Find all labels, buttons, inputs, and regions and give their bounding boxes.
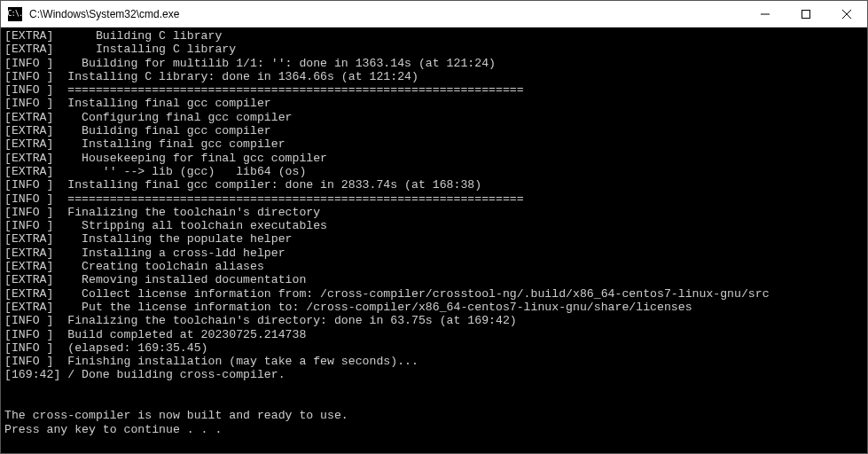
maximize-button[interactable] [786,1,826,27]
terminal-line: [INFO ] Finalizing the toolchain's direc… [4,314,864,327]
terminal-line: [INFO ] Building for multilib 1/1: '': d… [4,57,864,70]
cmd-icon: C:\. [8,7,22,21]
cmd-icon-text: C:\. [7,11,22,18]
window-controls [745,1,867,27]
terminal-line: [EXTRA] Installing the populate helper [4,232,864,246]
terminal-line: [INFO ] ================================… [4,192,864,206]
terminal-line: [INFO ] Stripping all toolchain executab… [4,219,864,232]
terminal-line: [INFO ] Finalizing the toolchain's direc… [4,206,864,219]
terminal-line: [INFO ] Finishing installation (may take… [4,355,864,368]
terminal-line: [EXTRA] Installing final gcc compiler [4,137,864,151]
terminal-line: [169:42] / Done building cross-compiler. [4,368,864,381]
terminal-line: [EXTRA] Put the license information to: … [4,301,864,314]
terminal-line: [INFO ] ================================… [4,83,864,97]
terminal-line [4,395,864,409]
terminal-line [4,382,864,395]
terminal-line: [EXTRA] Configuring final gcc compiler [4,111,864,124]
terminal-line: The cross-compiler is now built and read… [4,409,864,422]
terminal-line: [EXTRA] Housekeeping for final gcc compi… [4,152,864,165]
terminal-line: [EXTRA] Building final gcc compiler [4,124,864,137]
terminal-line: [INFO ] (elapsed: 169:35.45) [4,341,864,355]
terminal-line: [INFO ] Build completed at 20230725.2147… [4,328,864,341]
maximize-icon [802,10,810,19]
terminal-line: [INFO ] Installing C library: done in 13… [4,70,864,83]
terminal-line: [EXTRA] Creating toolchain aliases [4,260,864,273]
terminal-line: [INFO ] Installing final gcc compiler [4,97,864,110]
terminal-line: [EXTRA] Building C library [4,29,864,43]
terminal-line: Press any key to continue . . . [4,423,864,436]
terminal-line: [EXTRA] '' --> lib (gcc) lib64 (os) [4,165,864,178]
minimize-icon [761,10,770,19]
terminal-line: [INFO ] Installing final gcc compiler: d… [4,178,864,192]
terminal-line: [EXTRA] Installing a cross-ldd helper [4,247,864,260]
terminal-line: [EXTRA] Collect license information from… [4,287,864,301]
terminal-line: [EXTRA] Removing installed documentation [4,273,864,286]
close-icon [842,10,851,19]
terminal-line: [EXTRA] Installing C library [4,43,864,56]
terminal-output[interactable]: [EXTRA] Building C library[EXTRA] Instal… [1,27,867,453]
titlebar: C:\. C:\Windows\System32\cmd.exe [1,1,867,27]
cmd-window: C:\. C:\Windows\System32\cmd.exe [EXTRA]… [0,0,868,454]
minimize-button[interactable] [745,1,786,27]
close-button[interactable] [826,1,867,27]
svg-rect-1 [802,10,810,18]
window-title: C:\Windows\System32\cmd.exe [27,8,745,20]
